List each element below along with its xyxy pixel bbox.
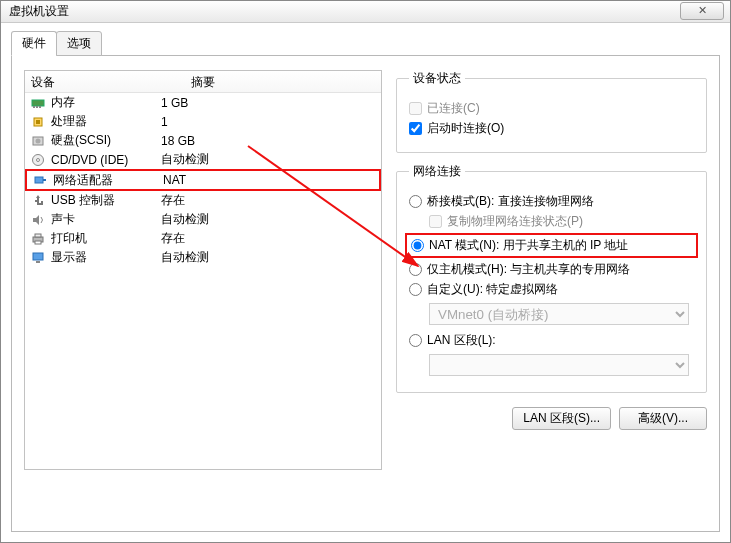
svg-rect-0 [32,100,44,106]
radio-nat-row[interactable]: NAT 模式(N): 用于共享主机的 IP 地址 [411,237,692,254]
svg-rect-15 [33,253,43,260]
device-summary: 存在 [161,230,377,247]
radio-nat[interactable] [411,239,424,252]
device-row-net[interactable]: 网络适配器NAT [25,169,381,191]
connect-power-checkbox[interactable] [409,122,422,135]
device-state-legend: 设备状态 [409,70,465,87]
close-button[interactable]: ✕ [680,2,724,20]
titlebar: 虚拟机设置 ✕ [1,1,730,23]
device-summary: 1 [161,115,377,129]
tab-options[interactable]: 选项 [56,31,102,56]
sound-icon [29,213,47,227]
radio-bridged[interactable] [409,195,422,208]
replicate-checkbox-row[interactable]: 复制物理网络连接状态(P) [429,213,694,230]
svg-rect-11 [43,179,46,181]
svg-point-9 [37,158,40,161]
device-row-printer[interactable]: 打印机存在 [25,229,381,248]
svg-rect-10 [35,177,43,183]
svg-rect-16 [36,261,40,263]
device-name: USB 控制器 [51,192,161,209]
svg-rect-5 [36,120,40,124]
nat-label: NAT 模式(N): 用于共享主机的 IP 地址 [429,237,628,254]
replicate-checkbox[interactable] [429,215,442,228]
cpu-icon [29,115,47,129]
svg-rect-14 [35,241,41,244]
device-name: 网络适配器 [53,172,163,189]
device-row-usb[interactable]: USB 控制器存在 [25,191,381,210]
tab-hardware[interactable]: 硬件 [11,31,57,56]
radio-bridged-row[interactable]: 桥接模式(B): 直接连接物理网络 [409,193,694,210]
disk-icon [29,134,47,148]
connected-checkbox-row[interactable]: 已连接(C) [409,100,694,117]
svg-rect-3 [39,106,41,108]
connect-power-label: 启动时连接(O) [427,120,504,137]
tab-panel: 设备 摘要 内存1 GB处理器1硬盘(SCSI)18 GBCD/DVD (IDE… [11,55,720,532]
svg-rect-2 [36,106,38,108]
radio-lan-row[interactable]: LAN 区段(L): [409,332,694,349]
connect-power-checkbox-row[interactable]: 启动时连接(O) [409,120,694,137]
device-name: 声卡 [51,211,161,228]
device-summary: 存在 [161,192,377,209]
device-name: 显示器 [51,249,161,266]
device-name: CD/DVD (IDE) [51,153,161,167]
net-icon [31,173,49,187]
device-row-memory[interactable]: 内存1 GB [25,93,381,112]
device-summary: 1 GB [161,96,377,110]
tabs: 硬件 选项 [11,31,720,55]
svg-point-7 [36,138,41,143]
lan-label: LAN 区段(L): [427,332,496,349]
display-icon [29,251,47,265]
vm-settings-window: 虚拟机设置 ✕ 硬件 选项 设备 摘要 内存1 GB处理器1硬盘(SCSI)18… [0,0,731,543]
lan-segments-button[interactable]: LAN 区段(S)... [512,407,611,430]
device-row-disk[interactable]: 硬盘(SCSI)18 GB [25,131,381,150]
device-summary: 自动检测 [161,151,377,168]
device-list-header: 设备 摘要 [25,71,381,93]
radio-custom[interactable] [409,283,422,296]
svg-rect-13 [35,234,41,237]
device-row-sound[interactable]: 声卡自动检测 [25,210,381,229]
bridged-label: 桥接模式(B): 直接连接物理网络 [427,193,594,210]
device-list: 设备 摘要 内存1 GB处理器1硬盘(SCSI)18 GBCD/DVD (IDE… [24,70,382,470]
device-row-display[interactable]: 显示器自动检测 [25,248,381,267]
device-state-group: 设备状态 已连接(C) 启动时连接(O) [396,70,707,153]
advanced-button[interactable]: 高级(V)... [619,407,707,430]
device-summary: NAT [163,173,375,187]
printer-icon [29,232,47,246]
window-title: 虚拟机设置 [9,3,722,20]
device-summary: 18 GB [161,134,377,148]
device-name: 硬盘(SCSI) [51,132,161,149]
cd-icon [29,153,47,167]
button-row: LAN 区段(S)... 高级(V)... [396,407,707,430]
radio-hostonly[interactable] [409,263,422,276]
device-summary: 自动检测 [161,211,377,228]
device-row-cd[interactable]: CD/DVD (IDE)自动检测 [25,150,381,169]
lan-segment-combo[interactable] [429,354,689,376]
usb-icon [29,194,47,208]
custom-vmnet-combo[interactable]: VMnet0 (自动桥接) [429,303,689,325]
network-connection-group: 网络连接 桥接模式(B): 直接连接物理网络 复制物理网络连接状态(P) NAT… [396,163,707,393]
hostonly-label: 仅主机模式(H): 与主机共享的专用网络 [427,261,630,278]
replicate-label: 复制物理网络连接状态(P) [447,213,583,230]
nat-highlight: NAT 模式(N): 用于共享主机的 IP 地址 [405,233,698,258]
col-device: 设备 [25,71,185,92]
device-name: 内存 [51,94,161,111]
col-summary: 摘要 [185,71,221,92]
connected-checkbox[interactable] [409,102,422,115]
connected-label: 已连接(C) [427,100,480,117]
device-name: 打印机 [51,230,161,247]
svg-rect-1 [33,106,35,108]
device-summary: 自动检测 [161,249,377,266]
device-row-cpu[interactable]: 处理器1 [25,112,381,131]
radio-lan[interactable] [409,334,422,347]
memory-icon [29,96,47,110]
device-name: 处理器 [51,113,161,130]
network-legend: 网络连接 [409,163,465,180]
radio-custom-row[interactable]: 自定义(U): 特定虚拟网络 [409,281,694,298]
content-area: 硬件 选项 设备 摘要 内存1 GB处理器1硬盘(SCSI)18 GBCD/DV… [1,23,730,542]
radio-hostonly-row[interactable]: 仅主机模式(H): 与主机共享的专用网络 [409,261,694,278]
custom-label: 自定义(U): 特定虚拟网络 [427,281,558,298]
